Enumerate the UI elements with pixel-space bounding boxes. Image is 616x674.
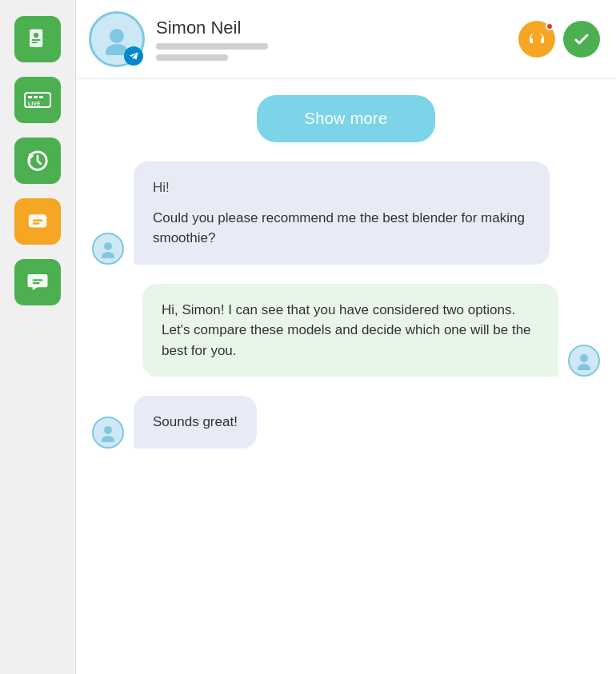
greeting-text: Hi!: [153, 177, 530, 198]
svg-point-20: [578, 364, 590, 370]
message-text: Sounds great!: [153, 414, 238, 429]
svg-rect-6: [34, 96, 38, 98]
svg-point-15: [110, 29, 124, 43]
message-text: Hi, Simon! I can see that you have consi…: [162, 302, 531, 358]
svg-point-21: [104, 426, 112, 434]
svg-rect-13: [33, 279, 43, 281]
sidebar: LIVE: [0, 0, 76, 674]
chat-header: Simon Neil: [76, 0, 616, 79]
svg-point-22: [102, 436, 114, 442]
status-line-1: [156, 43, 268, 50]
svg-point-17: [104, 242, 112, 250]
svg-point-1: [34, 33, 38, 38]
sidebar-messages-button[interactable]: [14, 198, 61, 245]
header-actions: [518, 21, 600, 58]
svg-rect-0: [30, 30, 42, 48]
user-avatar: [92, 233, 124, 265]
agent-avatar: [568, 345, 600, 377]
svg-text:LIVE: LIVE: [28, 101, 41, 106]
chat-messages-area: Show more Hi! Could you please recommend…: [76, 79, 616, 674]
main-panel: Simon Neil Show more: [76, 0, 616, 674]
svg-rect-2: [32, 39, 41, 41]
sidebar-live-button[interactable]: LIVE: [14, 77, 61, 123]
contact-avatar-wrapper: [89, 11, 145, 67]
message-text: Could you please recommend me the best b…: [153, 210, 525, 246]
svg-point-19: [580, 354, 588, 362]
message-row: Hi, Simon! I can see that you have consi…: [92, 284, 600, 377]
outgoing-bubble: Hi, Simon! I can see that you have consi…: [142, 284, 558, 377]
message-row: Sounds great!: [92, 396, 600, 449]
contact-info: Simon Neil: [156, 18, 507, 61]
headset-button[interactable]: [518, 21, 555, 58]
telegram-badge: [124, 46, 143, 66]
sidebar-chat-button[interactable]: [14, 259, 61, 305]
status-line-2: [156, 54, 228, 61]
svg-rect-11: [33, 220, 43, 222]
accept-button[interactable]: [563, 21, 600, 58]
sidebar-history-button[interactable]: [14, 138, 61, 184]
svg-rect-14: [33, 282, 40, 284]
contact-name: Simon Neil: [156, 18, 507, 38]
show-more-button[interactable]: Show more: [257, 95, 436, 142]
svg-rect-7: [39, 96, 43, 98]
svg-rect-5: [28, 96, 32, 98]
incoming-bubble: Sounds great!: [134, 396, 257, 449]
user-avatar: [92, 417, 124, 449]
message-row: Hi! Could you please recommend me the be…: [92, 162, 600, 265]
sidebar-contacts-button[interactable]: [14, 16, 61, 62]
svg-point-18: [102, 252, 114, 258]
svg-rect-12: [33, 222, 40, 225]
svg-rect-3: [32, 42, 38, 43]
notification-dot: [546, 22, 554, 30]
incoming-bubble: Hi! Could you please recommend me the be…: [134, 162, 550, 265]
